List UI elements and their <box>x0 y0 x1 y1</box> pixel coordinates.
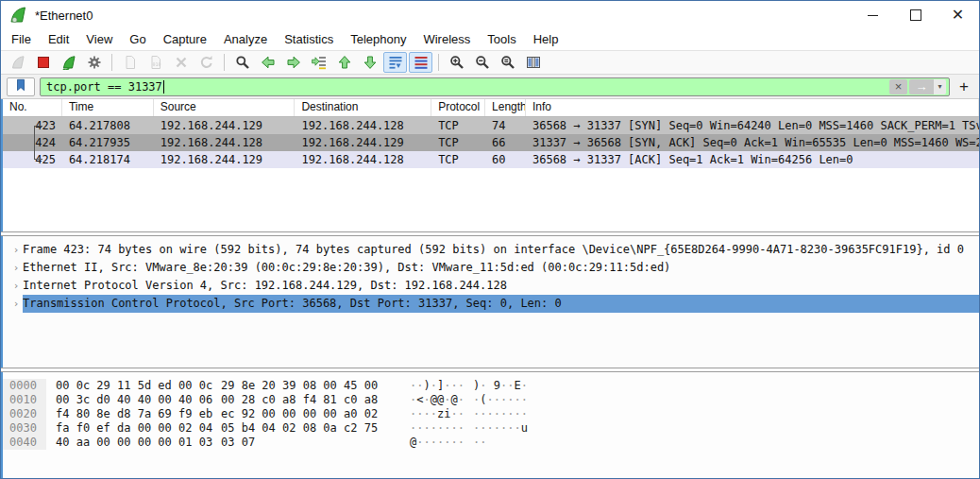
menu-telephony[interactable]: Telephony <box>342 29 414 50</box>
hex-row-0020[interactable]: 0020f4 80 8e d8 7a 69 f9 ebec 92 00 00 0… <box>3 407 979 421</box>
wireshark-window: *Ethernet0 ✕ FileEditViewGoCaptureAnalyz… <box>0 0 980 479</box>
hex-bytes-left: 00 0c 29 11 5d ed 00 0c <box>56 379 212 393</box>
column-header-destination[interactable]: Destination <box>295 99 431 116</box>
minimize-button[interactable] <box>852 1 894 29</box>
menu-help[interactable]: Help <box>525 29 567 50</box>
cell-info: 31337 → 36568 [SYN, ACK] Seq=0 Ack=1 Win… <box>526 134 979 151</box>
restart-capture-button[interactable] <box>57 52 80 73</box>
column-header-time[interactable]: Time <box>62 99 154 116</box>
go-last-button[interactable] <box>358 52 381 73</box>
filter-add-button[interactable]: + <box>955 77 973 96</box>
resize-columns-button[interactable] <box>521 52 545 73</box>
expand-arrow-icon[interactable]: › <box>9 259 23 277</box>
filter-apply-button[interactable]: → <box>909 79 934 94</box>
column-header-source[interactable]: Source <box>154 99 296 116</box>
hex-bytes-left: 40 aa 00 00 00 00 01 03 <box>56 436 212 450</box>
cell-length: 66 <box>485 134 526 151</box>
packet-list-pane: No.TimeSourceDestinationProtocolLengthIn… <box>1 99 979 231</box>
menu-wireless[interactable]: Wireless <box>414 29 479 50</box>
ascii-right: ·······u <box>473 421 528 436</box>
filter-clear-button[interactable]: × <box>889 79 907 94</box>
cell-length: 60 <box>485 151 526 168</box>
zoom-original-button[interactable] <box>496 52 519 73</box>
svg-text:010: 010 <box>152 61 161 67</box>
packet-row-425[interactable]: 42564.218174192.168.244.129192.168.244.1… <box>3 151 979 168</box>
hex-bytes-left: 00 3c d0 40 40 00 40 06 <box>56 393 212 407</box>
hex-bytes-left: fa f0 ef da 00 00 02 04 <box>56 421 212 436</box>
ascii-left: ········ <box>410 421 465 436</box>
zoom-out-button[interactable] <box>470 52 494 73</box>
doc010-icon: 010 <box>148 55 163 70</box>
zoom-in-button[interactable] <box>445 52 468 73</box>
hex-row-0030[interactable]: 0030fa f0 ef da 00 00 02 0405 b4 04 02 0… <box>3 421 979 436</box>
hex-offset: 0000 <box>3 379 46 393</box>
column-header-length[interactable]: Length <box>485 99 526 116</box>
menu-view[interactable]: View <box>77 29 121 50</box>
open-file-button[interactable] <box>118 52 142 73</box>
column-header-info[interactable]: Info <box>526 99 979 116</box>
title-bar: *Ethernet0 ✕ <box>1 1 979 29</box>
hex-row-0010[interactable]: 001000 3c d0 40 40 00 40 0600 28 c0 a8 f… <box>3 393 979 407</box>
filter-bookmark-button[interactable] <box>7 77 35 96</box>
autoscroll-icon <box>388 55 403 70</box>
go-back-button[interactable] <box>256 52 279 73</box>
capture-options-button[interactable] <box>82 52 106 73</box>
hex-bytes-right: 05 b4 04 02 08 0a c2 75 <box>221 421 378 436</box>
close-file-button[interactable] <box>169 52 193 73</box>
menu-bar: FileEditViewGoCaptureAnalyzeStatisticsTe… <box>1 29 979 50</box>
menu-analyze[interactable]: Analyze <box>215 29 276 50</box>
apply-arrow-icon: → <box>916 79 928 94</box>
hex-bytes-right: ec 92 00 00 00 00 a0 02 <box>221 407 378 421</box>
close-icon: ✕ <box>952 8 964 23</box>
cell-protocol: TCP <box>431 151 485 168</box>
hex-offset: 0010 <box>3 393 46 407</box>
detail-row-2[interactable]: ›Internet Protocol Version 4, Src: 192.1… <box>3 277 979 295</box>
go-forward-button[interactable] <box>281 52 305 73</box>
zoom-100-icon <box>500 55 515 70</box>
colorize-button[interactable] <box>409 52 432 73</box>
save-file-button[interactable]: 010 <box>144 52 167 73</box>
menu-capture[interactable]: Capture <box>155 29 215 50</box>
hex-bytes-left: f4 80 8e d8 7a 69 f9 eb <box>56 407 212 421</box>
go-to-packet-button[interactable] <box>307 52 330 73</box>
cell-protocol: TCP <box>431 117 485 134</box>
detail-row-3[interactable]: ›Transmission Control Protocol, Src Port… <box>3 295 979 313</box>
wireshark-logo-icon <box>8 6 27 25</box>
auto-scroll-button[interactable] <box>383 52 407 73</box>
go-first-button[interactable] <box>332 52 356 73</box>
chevron-down-icon: ▾ <box>938 82 941 91</box>
expand-arrow-icon[interactable]: › <box>9 277 23 295</box>
packet-list-header: No.TimeSourceDestinationProtocolLengthIn… <box>3 99 979 117</box>
hex-row-0000[interactable]: 000000 0c 29 11 5d ed 00 0c29 8e 20 39 0… <box>3 379 979 393</box>
menu-tools[interactable]: Tools <box>479 29 524 50</box>
window-title: *Ethernet0 <box>35 9 852 23</box>
column-header-no[interactable]: No. <box>3 99 62 116</box>
ascii-right: ·(······ <box>473 393 528 407</box>
menu-edit[interactable]: Edit <box>40 29 77 50</box>
menu-go[interactable]: Go <box>121 29 154 50</box>
display-filter-input[interactable]: tcp.port == 31337 × → ▾ <box>40 77 950 96</box>
maximize-button[interactable] <box>894 1 937 29</box>
menu-file[interactable]: File <box>3 29 40 50</box>
close-button[interactable]: ✕ <box>937 1 979 29</box>
expand-arrow-icon[interactable]: › <box>9 295 23 313</box>
clear-x-icon: × <box>895 79 903 94</box>
reload-file-button[interactable] <box>194 52 218 73</box>
detail-row-0[interactable]: ›Frame 423: 74 bytes on wire (592 bits),… <box>3 241 979 259</box>
stop-capture-button[interactable] <box>31 52 55 73</box>
hex-row-0040[interactable]: 004040 aa 00 00 00 00 01 0303 07@·······… <box>3 436 979 450</box>
column-header-protocol[interactable]: Protocol <box>431 99 485 116</box>
resize-cols-icon <box>526 55 541 70</box>
cell-no: 423 <box>3 117 62 134</box>
filter-dropdown-button[interactable]: ▾ <box>934 79 946 94</box>
fin-green-icon <box>61 55 76 70</box>
packet-row-424[interactable]: 42464.217935192.168.244.128192.168.244.1… <box>3 134 979 151</box>
find-packet-button[interactable] <box>230 52 254 73</box>
expand-arrow-icon[interactable]: › <box>9 241 23 259</box>
packet-row-423[interactable]: 42364.217808192.168.244.129192.168.244.1… <box>3 117 979 134</box>
start-capture-button[interactable] <box>6 52 29 73</box>
menu-statistics[interactable]: Statistics <box>276 29 342 50</box>
filter-bar: tcp.port == 31337 × → ▾ + <box>1 75 979 99</box>
detail-row-1[interactable]: ›Ethernet II, Src: VMware_8e:20:39 (00:0… <box>3 259 979 277</box>
ascii-left: ····zi·· <box>410 407 465 421</box>
